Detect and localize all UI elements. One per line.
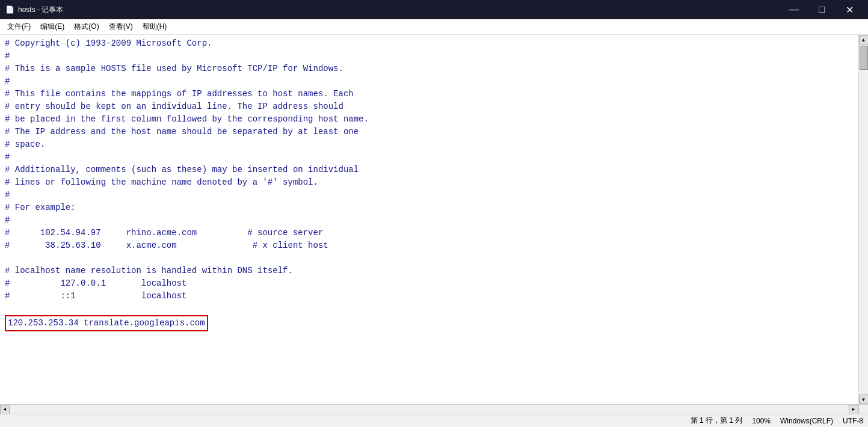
scroll-left-arrow[interactable]: ◄ [0, 405, 10, 414]
content-area: # Copyright (c) 1993-2009 Microsoft Corp… [0, 35, 868, 404]
menu-bar: 文件(F) 编辑(E) 格式(O) 查看(V) 帮助(H) [0, 19, 868, 35]
line-ending: Windows(CRLF) [780, 417, 833, 425]
horizontal-track [10, 405, 849, 414]
scroll-down-arrow[interactable]: ▼ [859, 395, 869, 404]
scroll-thumb[interactable] [860, 46, 868, 70]
horizontal-scrollbar[interactable]: ◄ ► [0, 404, 858, 414]
menu-edit[interactable]: 编辑(E) [35, 20, 69, 33]
text-editor[interactable]: # Copyright (c) 1993-2009 Microsoft Corp… [0, 35, 858, 404]
menu-help[interactable]: 帮助(H) [138, 20, 172, 33]
encoding: UTF-8 [843, 417, 863, 425]
title-bar: 📄 hosts - 记事本 — □ ✕ [0, 0, 868, 19]
minimize-button[interactable]: — [780, 0, 808, 19]
window-title: hosts - 记事本 [18, 5, 780, 15]
scroll-up-arrow[interactable]: ▲ [859, 35, 869, 45]
menu-view[interactable]: 查看(V) [104, 20, 138, 33]
notepad-window: 📄 hosts - 记事本 — □ ✕ 文件(F) 编辑(E) 格式(O) 查看… [0, 0, 868, 427]
vertical-scrollbar[interactable]: ▲ ▼ [858, 35, 868, 404]
scrollbar-corner [858, 404, 868, 414]
menu-file[interactable]: 文件(F) [2, 20, 35, 33]
maximize-button[interactable]: □ [808, 0, 836, 19]
scroll-right-arrow[interactable]: ► [849, 405, 858, 414]
close-button[interactable]: ✕ [836, 0, 863, 19]
bottom-row: ◄ ► [0, 404, 868, 414]
window-controls: — □ ✕ [780, 0, 863, 19]
cursor-position: 第 1 行，第 1 列 [691, 416, 743, 426]
menu-format[interactable]: 格式(O) [69, 20, 103, 33]
highlighted-entry: 120.253.253.34 translate.googleapis.com [5, 315, 208, 331]
zoom-level: 100% [752, 417, 771, 425]
status-bar: 第 1 行，第 1 列 100% Windows(CRLF) UTF-8 [0, 414, 868, 427]
app-icon: 📄 [5, 5, 14, 14]
